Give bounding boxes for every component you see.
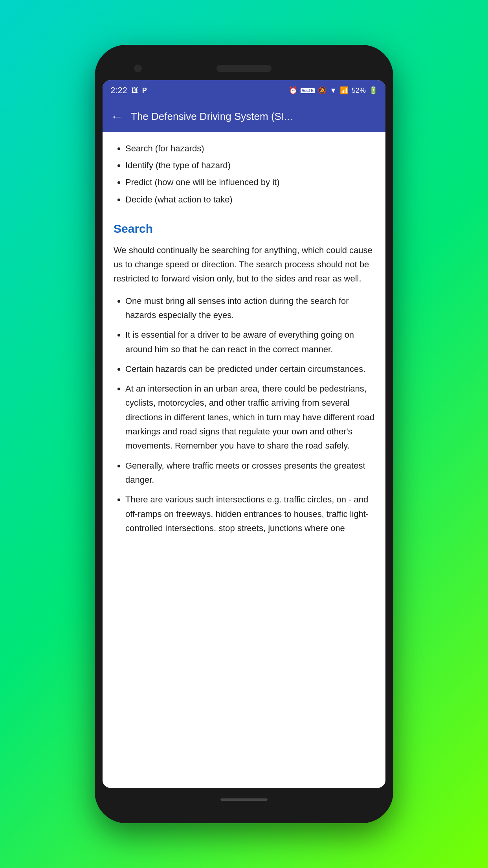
phone-top	[103, 57, 385, 80]
phone-frame: 2:22 🖼 P ⏰ VoLTE 🔕 ▼ 📶 52% 🔋 ← The Defen…	[95, 45, 393, 823]
parking-icon: P	[142, 86, 147, 95]
battery-percent: 52%	[352, 86, 366, 95]
search-heading: Search	[114, 222, 374, 235]
camera-dot	[134, 64, 142, 72]
status-bar: 2:22 🖼 P ⏰ VoLTE 🔕 ▼ 📶 52% 🔋	[103, 80, 385, 101]
search-section: Search We should continually be searchin…	[114, 222, 374, 535]
wifi-icon: ▼	[330, 86, 337, 95]
search-bullet-4: At an intersection in an urban area, the…	[125, 382, 374, 453]
intro-item-4: Decide (what action to take)	[125, 193, 374, 206]
intro-item-3: Predict (how one will be influenced by i…	[125, 175, 374, 189]
status-time: 2:22	[110, 85, 127, 96]
signal-icon: 📶	[340, 86, 349, 95]
search-bullet-list: One must bring all senses into action du…	[114, 294, 374, 535]
search-bullet-1: One must bring all senses into action du…	[125, 294, 374, 323]
volte-icon: VoLTE	[301, 88, 315, 93]
phone-screen: 2:22 🖼 P ⏰ VoLTE 🔕 ▼ 📶 52% 🔋 ← The Defen…	[103, 80, 385, 788]
battery-icon: 🔋	[369, 86, 378, 95]
phone-bottom	[103, 788, 385, 811]
search-body: We should continually be searching for a…	[114, 243, 374, 286]
toolbar-title: The Defensive Driving System (SI...	[131, 110, 378, 123]
intro-item-1: Search (for hazards)	[125, 142, 374, 155]
intro-list: Search (for hazards) Identify (the type …	[114, 142, 374, 206]
search-bullet-2: It is essential for a driver to be aware…	[125, 328, 374, 357]
photo-icon: 🖼	[131, 86, 138, 95]
home-indicator	[220, 798, 268, 801]
search-bullet-5: Generally, where traffic meets or crosse…	[125, 459, 374, 487]
search-bullet-3: Certain hazards can be predicted under c…	[125, 362, 374, 376]
content-area[interactable]: Search (for hazards) Identify (the type …	[103, 132, 385, 788]
alarm-icon: ⏰	[289, 86, 297, 95]
back-button[interactable]: ←	[110, 109, 123, 124]
intro-item-2: Identify (the type of hazard)	[125, 158, 374, 172]
status-right-icons: ⏰ VoLTE 🔕 ▼ 📶 52% 🔋	[289, 86, 378, 95]
speaker-grille	[216, 65, 272, 72]
app-toolbar: ← The Defensive Driving System (SI...	[103, 101, 385, 132]
search-bullet-6: There are various such intersections e.g…	[125, 493, 374, 535]
silent-icon: 🔕	[318, 86, 327, 95]
